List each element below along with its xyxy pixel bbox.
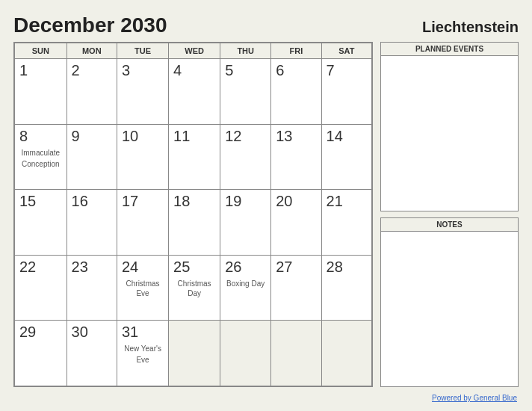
weekday-header: SAT [321, 43, 371, 59]
day-number: 6 [276, 62, 316, 79]
day-number: 22 [19, 259, 62, 276]
day-number: 27 [276, 259, 316, 276]
weekday-header: FRI [271, 43, 321, 59]
weekday-header: MON [66, 43, 117, 59]
table-row: 16 [66, 190, 117, 256]
day-number: 12 [225, 128, 266, 145]
notes-content [381, 232, 518, 276]
table-row: 22 [15, 255, 67, 321]
table-row: 31New Year'sEve [117, 321, 168, 386]
day-number: 13 [276, 128, 316, 145]
table-row: 6 [271, 59, 321, 125]
calendar-grid: SUNMONTUEWEDTHUFRISAT 12345678Immaculate… [14, 43, 372, 386]
day-number: 5 [225, 62, 266, 79]
day-number: 18 [173, 193, 215, 210]
day-number: 30 [72, 324, 112, 341]
table-row: 7 [321, 59, 371, 125]
day-number: 15 [19, 193, 62, 210]
day-number: 17 [122, 193, 164, 210]
table-row: 12 [220, 124, 271, 190]
table-row: 29 [15, 321, 67, 386]
table-row: 13 [271, 124, 321, 190]
footer: Powered by General Blue [13, 390, 519, 404]
day-number: 29 [19, 324, 62, 341]
table-row: 9 [66, 124, 117, 190]
table-row: 10 [117, 124, 168, 190]
table-row: 23 [66, 255, 117, 321]
table-row: 8ImmaculateConception [15, 124, 67, 190]
table-row: 25Christmas Day [169, 255, 220, 321]
table-row: 4 [169, 59, 220, 125]
day-number: 25 [173, 259, 215, 276]
table-row: 14 [321, 124, 371, 190]
table-row [271, 321, 321, 386]
weekday-header: SUN [15, 43, 67, 59]
day-number: 7 [327, 62, 367, 79]
table-row: 27 [271, 255, 321, 321]
planned-events-content [381, 56, 518, 101]
weekday-header: TUE [117, 43, 168, 59]
day-number: 3 [122, 62, 164, 79]
day-number: 26 [225, 259, 266, 276]
day-number: 14 [327, 128, 367, 145]
day-number: 21 [327, 193, 367, 210]
event-text: Eve [122, 355, 164, 365]
table-row: 26Boxing Day [220, 255, 271, 321]
table-row: 5 [220, 59, 271, 125]
event-text: Christmas Eve [122, 279, 164, 298]
day-number: 24 [122, 259, 164, 276]
event-text: Christmas Day [173, 279, 215, 298]
day-number: 2 [72, 62, 112, 79]
table-row: 3 [117, 59, 168, 125]
day-number: 8 [19, 128, 62, 145]
event-text: Conception [19, 159, 62, 169]
event-text: Immaculate [19, 148, 62, 158]
main-content: SUNMONTUEWEDTHUFRISAT 12345678Immaculate… [13, 42, 519, 387]
day-number: 9 [72, 128, 112, 145]
day-number: 19 [225, 193, 266, 210]
day-number: 11 [173, 128, 215, 145]
day-number: 31 [122, 324, 164, 341]
event-text: Boxing Day [225, 279, 266, 288]
table-row: 21 [321, 190, 371, 256]
table-row: 15 [15, 190, 67, 256]
table-row: 28 [321, 255, 371, 321]
table-row: 2 [66, 59, 117, 125]
country-title: Liechtenstein [422, 19, 519, 36]
table-row: 17 [117, 190, 168, 256]
table-row: 18 [169, 190, 220, 256]
table-row [220, 321, 271, 386]
table-row: 24Christmas Eve [117, 255, 168, 321]
sidebar: PLANNED EVENTS NOTES [380, 42, 519, 387]
table-row [169, 321, 220, 386]
calendar-section: SUNMONTUEWEDTHUFRISAT 12345678Immaculate… [13, 42, 373, 387]
weekday-header: THU [220, 43, 271, 59]
table-row: 1 [15, 59, 67, 125]
notes-header: NOTES [381, 218, 518, 232]
planned-events-header: PLANNED EVENTS [381, 43, 518, 56]
month-year-title: December 2030 [13, 13, 167, 37]
day-number: 1 [19, 62, 62, 79]
day-number: 4 [173, 62, 215, 79]
day-number: 16 [72, 193, 112, 210]
table-row: 11 [169, 124, 220, 190]
planned-events-box: PLANNED EVENTS [380, 42, 519, 211]
notes-box: NOTES [380, 217, 519, 387]
table-row [321, 321, 371, 386]
weekday-header: WED [169, 43, 220, 59]
table-row: 19 [220, 190, 271, 256]
day-number: 28 [327, 259, 367, 276]
day-number: 23 [72, 259, 112, 276]
table-row: 20 [271, 190, 321, 256]
event-text: New Year's [122, 344, 164, 353]
powered-by-link[interactable]: Powered by General Blue [432, 394, 517, 402]
day-number: 10 [122, 128, 164, 145]
day-number: 20 [276, 193, 316, 210]
table-row: 30 [66, 321, 117, 386]
